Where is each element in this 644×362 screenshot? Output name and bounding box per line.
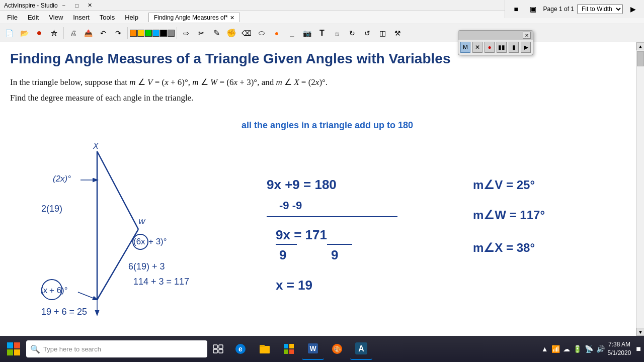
media-panel-titlebar: ✕ <box>458 31 533 40</box>
tb-shape[interactable]: ⬭ <box>255 26 269 40</box>
tb-media[interactable]: 📷 <box>300 26 314 40</box>
doc-tab-close[interactable]: ✕ <box>230 15 234 21</box>
scroll-thumb[interactable] <box>637 51 644 66</box>
tb-open[interactable]: 📂 <box>17 26 31 40</box>
minimize-button[interactable]: − <box>58 2 70 10</box>
toolbar-separator-1 <box>63 27 64 39</box>
taskbar-store-icon[interactable] <box>278 338 300 360</box>
svg-text:9x  = 171: 9x = 171 <box>276 227 327 242</box>
svg-text:x = 19: x = 19 <box>276 278 312 293</box>
taskbar-paint-icon[interactable]: 🎨 <box>326 338 348 360</box>
nav-prev-page[interactable]: ■ <box>509 2 523 16</box>
svg-point-7 <box>42 280 62 300</box>
close-button[interactable]: ✕ <box>84 2 96 10</box>
menu-bar: File Edit View Insert Tools Help Finding… <box>0 11 644 24</box>
taskbar-edge-icon[interactable]: e <box>229 338 252 360</box>
tb-screen[interactable]: ◫ <box>375 26 389 40</box>
svg-text:W: W <box>138 218 146 226</box>
svg-line-1 <box>97 151 138 229</box>
menu-file[interactable]: File <box>2 11 23 24</box>
tb-print[interactable]: 🖨 <box>66 26 80 40</box>
tray-volume-icon[interactable]: 🔊 <box>596 345 605 353</box>
svg-text:9: 9 <box>279 247 286 262</box>
edge-logo-icon: e <box>234 343 247 355</box>
task-view-button[interactable] <box>209 340 227 358</box>
media-btn-stop[interactable]: ▮ <box>509 42 519 53</box>
color-blue[interactable] <box>152 30 159 37</box>
media-btn-close[interactable]: ✕ <box>472 42 482 53</box>
taskbar-explorer-icon[interactable] <box>254 338 276 360</box>
media-panel-close[interactable]: ✕ <box>523 32 531 39</box>
svg-text:9x +9 = 180: 9x +9 = 180 <box>267 177 337 192</box>
tb-tools2[interactable]: ⚒ <box>390 26 405 40</box>
tb-text[interactable]: T <box>315 26 329 40</box>
scroll-up[interactable]: ▲ <box>636 42 644 50</box>
color-green[interactable] <box>145 30 152 37</box>
tb-line[interactable]: ⎯ <box>285 26 299 40</box>
tb-eraser[interactable]: ⌫ <box>239 26 254 40</box>
color-gray[interactable] <box>168 30 175 37</box>
tb-red-circle[interactable]: ● <box>32 26 46 40</box>
color-yellow[interactable] <box>137 30 144 37</box>
svg-text:2(19): 2(19) <box>41 204 62 214</box>
tb-fill[interactable]: ● <box>270 26 284 40</box>
taskbar-word-icon[interactable]: W <box>302 338 324 360</box>
page-navigation: ■ ▣ Page 1 of 1 Fit to Width Fit to Page… <box>505 0 644 18</box>
color-black[interactable] <box>160 30 167 37</box>
tb-scissors[interactable]: ✂ <box>194 26 208 40</box>
tray-network-icon[interactable]: 📶 <box>551 345 560 353</box>
search-icon: 🔍 <box>30 344 40 354</box>
maximize-button[interactable]: □ <box>71 2 83 10</box>
document-tab[interactable]: Finding Angle Measures of* ✕ <box>148 13 240 22</box>
menu-insert[interactable]: Insert <box>68 11 95 24</box>
tb-undo[interactable]: ↶ <box>96 26 110 40</box>
tray-wifi-icon[interactable]: 📡 <box>585 345 593 353</box>
tb-select[interactable]: ⇨ <box>179 26 193 40</box>
color-orange[interactable] <box>130 30 137 37</box>
tb-highlighter[interactable]: ✊ <box>224 26 238 40</box>
find-text: Find the degree measure of each angle in… <box>0 91 636 105</box>
svg-text:W: W <box>309 344 316 352</box>
clock-display[interactable]: 7:38 AM 5/1/2020 <box>608 340 631 357</box>
media-btn-pause[interactable]: ▮▮ <box>497 42 507 53</box>
system-tray: ▲ 📶 ☁ 🔋 📡 🔊 7:38 AM 5/1/2020 ■ <box>541 340 641 357</box>
menu-tools[interactable]: Tools <box>95 11 120 24</box>
scroll-down[interactable]: ▼ <box>636 328 644 336</box>
nav-expand[interactable]: ▶ <box>626 2 640 16</box>
search-box[interactable]: 🔍 Type here to search <box>26 340 207 357</box>
tb-new[interactable]: 📄 <box>2 26 16 40</box>
media-panel-body: M ✕ ● ▮▮ ▮ ▶ <box>458 40 533 55</box>
tb-spotlight[interactable]: ☼ <box>330 26 344 40</box>
vertical-scrollbar[interactable]: ▲ ▼ <box>636 42 644 336</box>
menu-help[interactable]: Help <box>120 11 143 24</box>
svg-rect-32 <box>14 342 20 348</box>
tb-rotate2[interactable]: ↺ <box>360 26 374 40</box>
tray-battery-icon[interactable]: 🔋 <box>573 345 582 353</box>
file-explorer-icon <box>259 343 271 355</box>
tb-pen[interactable]: ✎ <box>209 26 223 40</box>
media-btn-play[interactable]: ▶ <box>521 42 531 53</box>
svg-text:🎨: 🎨 <box>333 345 342 353</box>
window-controls: − □ ✕ <box>58 2 96 10</box>
toolbar-separator-3 <box>177 27 177 39</box>
paint-icon: 🎨 <box>331 343 343 355</box>
start-button[interactable] <box>3 338 24 359</box>
tb-export[interactable]: 📤 <box>81 26 95 40</box>
menu-edit[interactable]: Edit <box>23 11 44 24</box>
fit-mode-select[interactable]: Fit to Width Fit to Page 100% <box>577 4 623 14</box>
media-btn-record[interactable]: ● <box>485 42 495 53</box>
taskbar-activinspire-icon[interactable]: A <box>350 338 372 360</box>
notification-button[interactable]: ■ <box>636 344 641 353</box>
tb-redo[interactable]: ↷ <box>111 26 125 40</box>
svg-line-2 <box>97 229 138 300</box>
media-btn-m[interactable]: M <box>460 42 470 53</box>
tray-up-arrow[interactable]: ▲ <box>541 345 548 353</box>
search-placeholder: Type here to search <box>43 345 101 353</box>
menu-view[interactable]: View <box>44 11 68 24</box>
svg-rect-46 <box>289 349 294 354</box>
tray-onedrive-icon[interactable]: ☁ <box>563 345 570 353</box>
tb-rotate[interactable]: ↻ <box>345 26 359 40</box>
nav-grid[interactable]: ▣ <box>526 2 540 16</box>
tb-tool1[interactable]: ⛤ <box>47 26 61 40</box>
svg-text:m∠V = 25°: m∠V = 25° <box>473 178 535 192</box>
